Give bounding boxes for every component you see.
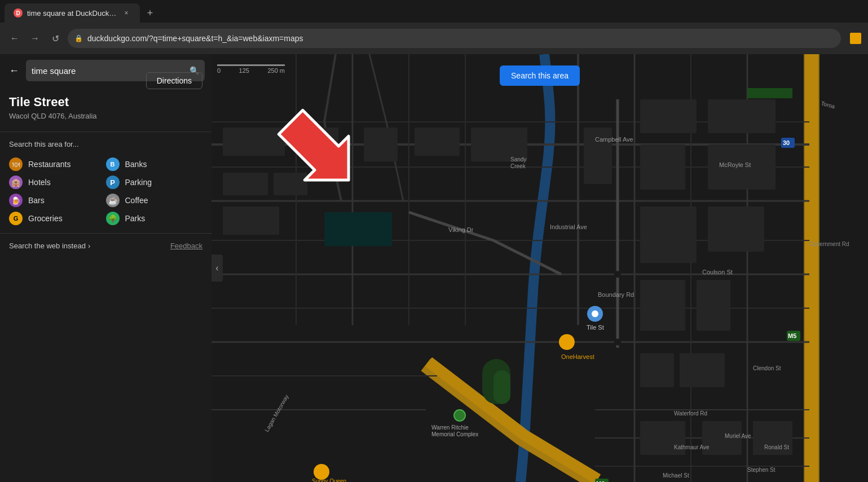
svg-text:Government Rd: Government Rd: [809, 241, 849, 247]
svg-rect-43: [697, 280, 730, 331]
parks-icon: 🌳: [106, 212, 120, 225]
svg-point-82: [314, 464, 329, 480]
back-button[interactable]: ←: [7, 30, 23, 46]
svg-rect-2: [805, 54, 818, 482]
svg-point-78: [592, 310, 598, 317]
url-text: duckduckgo.com/?q=time+square&t=h_&ia=we…: [87, 34, 303, 43]
bars-icon: 🍺: [9, 194, 23, 207]
svg-text:OneHarvest: OneHarvest: [561, 353, 594, 360]
scale-250: 250 m: [267, 67, 285, 74]
svg-rect-31: [223, 207, 279, 235]
tab-bar: D time square at DuckDuckGo × +: [0, 0, 868, 23]
tab-close-button[interactable]: ×: [122, 8, 131, 17]
svg-text:Coulson St: Coulson St: [702, 269, 733, 275]
svg-rect-27: [223, 128, 285, 156]
bookmark-icon: [850, 33, 861, 44]
location-card: Tile Street Wacol QLD 4076, Australia Di…: [0, 87, 212, 132]
svg-text:Clendon St: Clendon St: [753, 365, 781, 371]
svg-rect-36: [640, 99, 697, 133]
search-area-section: Search this area for... 🍽 Restaurants 🏨 …: [0, 132, 212, 234]
parking-icon: P: [106, 176, 120, 189]
svg-text:Industrial Ave: Industrial Ave: [550, 224, 587, 230]
svg-text:Viking Dr: Viking Dr: [448, 226, 474, 233]
scale-indicator: 0 125 250 m: [217, 64, 285, 74]
poi-parks[interactable]: 🌳 Parks: [106, 209, 203, 227]
svg-text:Tile St: Tile St: [587, 324, 604, 331]
tab-favicon: D: [14, 8, 23, 17]
svg-rect-50: [494, 370, 510, 404]
svg-rect-37: [708, 99, 776, 133]
svg-text:30: 30: [783, 139, 790, 146]
groceries-icon: G: [9, 212, 23, 225]
new-tab-button[interactable]: +: [142, 5, 158, 21]
search-this-area-button[interactable]: Search this area: [500, 65, 580, 86]
lock-icon: 🔒: [74, 34, 83, 42]
svg-text:Memorial Complex: Memorial Complex: [431, 431, 478, 437]
banks-icon: B: [106, 157, 120, 171]
poi-grid: 🍽 Restaurants 🏨 Hotels 🍺 Bars G Grocerie…: [9, 155, 202, 227]
svg-rect-33: [415, 128, 460, 156]
svg-rect-44: [640, 353, 674, 387]
svg-rect-30: [274, 173, 307, 195]
coffee-icon: ☕: [106, 194, 120, 207]
poi-parks-label: Parks: [125, 214, 146, 223]
svg-text:McRoyle St: McRoyle St: [719, 161, 751, 168]
address-bar[interactable]: 🔒 duckduckgo.com/?q=time+square&t=h_&ia=…: [68, 29, 841, 48]
svg-text:Campbell Ave: Campbell Ave: [595, 136, 633, 143]
location-address: Wacol QLD 4076, Australia: [9, 112, 97, 120]
browser-chrome: D time square at DuckDuckGo × + ← → ↺ 🔒 …: [0, 0, 868, 54]
active-tab[interactable]: D time square at DuckDuckGo ×: [5, 3, 140, 23]
svg-point-84: [454, 410, 465, 421]
svg-text:Ronald St: Ronald St: [764, 444, 789, 450]
svg-text:Sandy: Sandy: [510, 156, 526, 163]
directions-button[interactable]: Directions: [146, 72, 202, 89]
svg-text:Michael St: Michael St: [663, 472, 689, 479]
svg-rect-40: [640, 207, 697, 263]
svg-rect-29: [223, 173, 268, 195]
forward-button[interactable]: →: [27, 30, 43, 46]
restaurants-icon: 🍽: [9, 157, 23, 171]
svg-point-80: [559, 334, 575, 350]
sidebar: ← 🔍 Tile Street Wacol QLD 4076, Australi…: [0, 54, 212, 482]
poi-restaurants-label: Restaurants: [28, 160, 71, 169]
collapse-sidebar-button[interactable]: ‹: [212, 255, 223, 282]
scale-125: 125: [239, 67, 249, 74]
poi-restaurants[interactable]: 🍽 Restaurants: [9, 155, 106, 173]
svg-rect-51: [324, 212, 392, 246]
poi-bars[interactable]: 🍺 Bars: [9, 191, 106, 209]
poi-coffee[interactable]: ☕ Coffee: [106, 191, 203, 209]
poi-hotels-label: Hotels: [28, 178, 51, 187]
svg-text:M5: M5: [788, 332, 796, 339]
poi-banks[interactable]: B Banks: [106, 155, 203, 173]
main-container: ← 🔍 Tile Street Wacol QLD 4076, Australi…: [0, 54, 868, 482]
svg-rect-52: [747, 88, 792, 98]
map-area[interactable]: Campbell Ave McRoyle St Sandy Creek Viki…: [212, 54, 868, 482]
poi-parking[interactable]: P Parking: [106, 173, 203, 191]
web-search-text: Search the web instead: [9, 242, 86, 250]
sidebar-back-button[interactable]: ←: [7, 63, 21, 79]
feedback-link[interactable]: Feedback: [170, 242, 202, 250]
footer-section: Search the web instead › Feedback: [0, 234, 212, 258]
svg-text:Muriel Ave: Muriel Ave: [725, 433, 751, 439]
svg-text:Warren Ritchie: Warren Ritchie: [431, 424, 469, 431]
svg-text:Sunny Queen: Sunny Queen: [312, 478, 346, 482]
poi-groceries-label: Groceries: [28, 214, 63, 223]
svg-rect-41: [708, 207, 764, 252]
location-name: Tile Street: [9, 95, 97, 109]
svg-point-26: [614, 339, 621, 345]
web-search-link[interactable]: Search the web instead ›: [9, 242, 90, 250]
poi-groceries[interactable]: G Groceries: [9, 209, 106, 227]
scale-labels: 0 125 250 m: [217, 67, 285, 74]
svg-text:Stephen St: Stephen St: [747, 467, 776, 473]
address-bar-row: ← → ↺ 🔒 duckduckgo.com/?q=time+square&t=…: [0, 23, 868, 54]
map-canvas: Campbell Ave McRoyle St Sandy Creek Viki…: [212, 54, 868, 482]
svg-text:Kathmaur Ave: Kathmaur Ave: [674, 444, 710, 450]
svg-rect-42: [640, 280, 685, 331]
svg-text:Creek: Creek: [510, 163, 526, 169]
poi-hotels[interactable]: 🏨 Hotels: [9, 173, 106, 191]
poi-bars-label: Bars: [28, 196, 45, 205]
svg-rect-32: [364, 128, 398, 161]
web-search-arrow: ›: [88, 242, 90, 250]
svg-text:Boundary Rd: Boundary Rd: [598, 291, 634, 298]
reload-button[interactable]: ↺: [47, 30, 63, 46]
